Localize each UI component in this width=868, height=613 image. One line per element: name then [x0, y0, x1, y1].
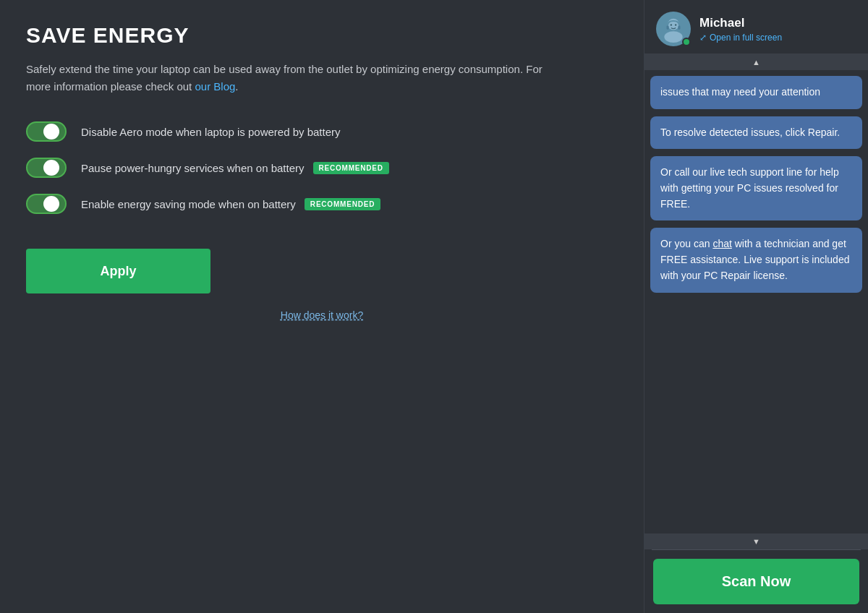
description-text-after: .: [235, 80, 238, 93]
svg-point-4: [671, 24, 672, 25]
open-fullscreen-link[interactable]: ⤢ Open in full screen: [699, 33, 782, 43]
badge-recommended-services: RECOMMENDED: [313, 162, 389, 174]
right-panel: Michael ⤢ Open in full screen ▲ issues t…: [644, 0, 868, 613]
toggle-list: Disable Aero mode when laptop is powered…: [26, 121, 618, 214]
badge-recommended-energy: RECOMMENDED: [305, 198, 380, 210]
scroll-up-button[interactable]: ▲: [644, 54, 868, 70]
svg-rect-3: [678, 25, 680, 30]
chevron-up-icon: ▲: [752, 58, 760, 67]
description: Safely extend the time your laptop can b…: [26, 61, 547, 95]
fullscreen-icon: ⤢: [699, 33, 707, 43]
chat-link[interactable]: chat: [712, 238, 731, 249]
toggle-aero-label: Disable Aero mode when laptop is powered…: [81, 126, 341, 138]
toggle-services-label: Pause power-hungry services when on batt…: [81, 162, 389, 174]
user-info: Michael ⤢ Open in full screen: [699, 16, 782, 43]
chat-bubble-1: To resolve detected issues, click Repair…: [650, 116, 862, 150]
avatar-container: [656, 12, 691, 46]
chat-bubble-3: Or you can chat with a technician and ge…: [650, 228, 862, 292]
online-badge: [682, 38, 691, 46]
scroll-down-button[interactable]: ▼: [644, 533, 868, 549]
chat-bubble-2: Or call our live tech support line for h…: [650, 156, 862, 220]
left-panel: SAVE ENERGY Safely extend the time your …: [0, 0, 644, 613]
how-link[interactable]: How does it work?: [26, 309, 618, 321]
toggle-item-services: Pause power-hungry services when on batt…: [26, 158, 618, 178]
blog-link[interactable]: our Blog: [195, 80, 235, 93]
toggle-aero[interactable]: [26, 121, 67, 142]
chevron-down-icon: ▼: [752, 537, 760, 546]
scan-now-button[interactable]: Scan Now: [653, 559, 859, 604]
apply-button[interactable]: Apply: [26, 249, 210, 293]
page-title: SAVE ENERGY: [26, 23, 618, 48]
toggle-services[interactable]: [26, 158, 67, 178]
user-name: Michael: [699, 16, 782, 30]
svg-point-1: [664, 31, 682, 43]
svg-rect-2: [667, 25, 669, 30]
toggle-item-aero: Disable Aero mode when laptop is powered…: [26, 121, 618, 142]
toggle-item-energy: Enable energy saving mode when on batter…: [26, 194, 618, 214]
toggle-energy[interactable]: [26, 194, 67, 214]
svg-point-5: [675, 24, 676, 25]
user-header: Michael ⤢ Open in full screen: [644, 0, 868, 54]
description-text-before: Safely extend the time your laptop can b…: [26, 63, 542, 93]
panel-divider: [652, 549, 861, 550]
chat-bubble-0: issues that may need your attention: [650, 76, 862, 109]
toggle-energy-label: Enable energy saving mode when on batter…: [81, 198, 380, 210]
chat-area[interactable]: issues that may need your attention To r…: [644, 70, 868, 533]
